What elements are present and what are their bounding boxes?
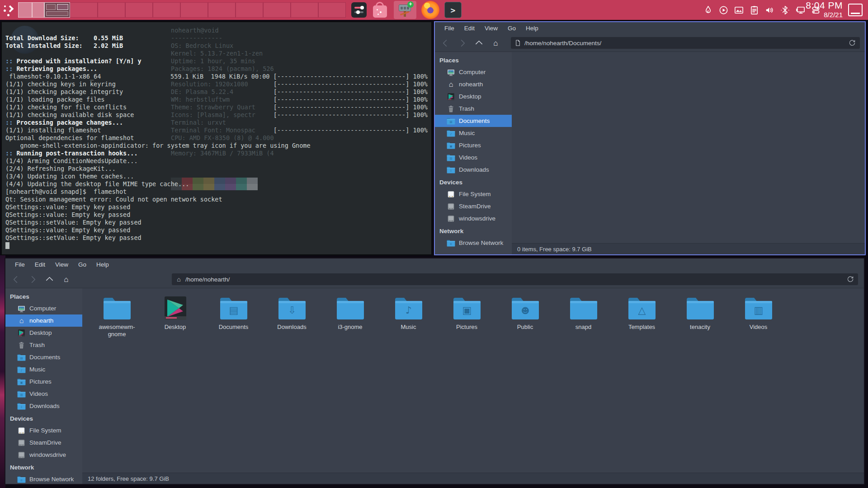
refresh-icon[interactable]	[848, 39, 856, 47]
sidebar-item-browse-network[interactable]: ≡Browse Network	[435, 237, 512, 249]
folder-item-pictures[interactable]: ▣Pictures	[438, 296, 496, 338]
media-player-tray-icon[interactable]	[718, 5, 729, 15]
folder-item-tenacity[interactable]: tenacity	[671, 296, 729, 338]
sidebar-item-steamdrive[interactable]: SteamDrive	[435, 200, 512, 212]
sidebar-item-file-system[interactable]: File System	[435, 188, 512, 200]
sidebar-item-label: nohearth	[459, 81, 483, 88]
folder-item-awesomewm-gnome[interactable]: awesomewm-gnome	[88, 296, 146, 338]
sidebar-item-computer[interactable]: Computer	[5, 302, 82, 314]
up-button[interactable]	[44, 274, 55, 285]
folder-item-snapd[interactable]: snapd	[554, 296, 613, 338]
sidebar-item-steamdrive[interactable]: SteamDrive	[5, 436, 82, 449]
folder-item-i3-gnome[interactable]: i3-gnome	[321, 296, 379, 338]
menu-item-help[interactable]: Help	[92, 260, 113, 269]
launcher-logo-icon[interactable]	[4, 3, 17, 17]
workspace-cell[interactable]	[125, 2, 153, 18]
trash-icon	[17, 341, 26, 349]
bluetooth-tray-icon[interactable]	[780, 5, 790, 15]
workspace-cell[interactable]	[291, 2, 318, 18]
path-bar[interactable]: /home/nohearth/Documents/	[511, 37, 860, 49]
forward-button[interactable]	[28, 274, 38, 285]
sidebar-item-videos[interactable]: ▥Videos	[435, 151, 512, 164]
menu-item-file[interactable]: File	[11, 260, 29, 269]
sidebar-item-music[interactable]: ♪Music	[5, 363, 82, 375]
back-button[interactable]	[440, 38, 451, 48]
sidebar-item-label: Pictures	[459, 142, 481, 149]
workspace-cell[interactable]	[318, 2, 346, 18]
sidebar-item-documents[interactable]: ▤Documents	[5, 351, 82, 363]
folder-item-downloads[interactable]: ⇩Downloads	[263, 296, 321, 338]
folder-downloads-icon: ⇩	[278, 296, 307, 321]
sidebar-item-downloads[interactable]: ⇩Downloads	[5, 400, 82, 412]
sidebar-item-documents[interactable]: ▤Documents	[435, 115, 512, 127]
clipboard-tray-icon[interactable]	[749, 5, 760, 15]
back-button[interactable]	[11, 274, 21, 285]
menu-item-view[interactable]: View	[481, 23, 502, 33]
terminal-line	[5, 50, 428, 57]
forward-button[interactable]	[457, 38, 467, 48]
folder-item-desktop[interactable]: Desktop	[146, 296, 204, 338]
clock-widget[interactable]: 8:04 PM 8/2/21	[806, 0, 843, 18]
workspace-cell[interactable]	[180, 2, 208, 18]
menu-item-file[interactable]: File	[440, 23, 458, 33]
sidebar-item-pictures[interactable]: ▣Pictures	[5, 375, 82, 388]
drive-gray-icon	[17, 439, 26, 447]
workspace-cell[interactable]	[32, 2, 44, 18]
sidebar-item-windowsdrive[interactable]: windowsdrive	[5, 449, 82, 461]
workspace-cell[interactable]	[263, 2, 291, 18]
screenshot-image-tray-icon[interactable]	[734, 5, 744, 15]
sidebar-item-desktop[interactable]: Desktop	[435, 90, 512, 103]
sidebar-item-desktop[interactable]: Desktop	[5, 327, 82, 339]
menu-item-go[interactable]: Go	[74, 260, 90, 269]
sidebar-item-windowsdrive[interactable]: windowsdrive	[435, 212, 512, 225]
up-button[interactable]	[474, 38, 484, 48]
sidebar-item-pictures[interactable]: ▣Pictures	[435, 139, 512, 151]
volume-tray-icon[interactable]	[764, 5, 775, 15]
terminal-launcher-icon[interactable]: >	[444, 2, 462, 18]
home-button[interactable]: ⌂	[491, 38, 501, 48]
firefox-icon[interactable]	[421, 1, 439, 19]
sidebar-item-trash[interactable]: Trash	[5, 339, 82, 351]
sidebar-item-nohearth[interactable]: ⌂nohearth	[435, 78, 512, 90]
workspace-cell-active[interactable]	[44, 2, 70, 18]
terminal-window[interactable]: nohearth@void -------------- OS: Bedrock…	[1, 21, 432, 255]
file-manager-window-home[interactable]: FileEditViewGoHelp ⌂ ⌂ /home/nohearth/ P…	[5, 258, 865, 485]
folder-item-music[interactable]: ♪Music	[379, 296, 438, 338]
display-connect-tray-icon[interactable]	[795, 5, 806, 15]
workspace-cell[interactable]	[153, 2, 180, 18]
menu-item-help[interactable]: Help	[522, 23, 542, 33]
menu-item-edit[interactable]: Edit	[31, 260, 49, 269]
file-manager-window-documents[interactable]: FileEditViewGoHelp ⌂ /home/nohearth/Docu…	[434, 21, 866, 255]
workspace-cell[interactable]	[70, 2, 98, 18]
workspace-cell[interactable]	[236, 2, 263, 18]
sidebar-item-label: Videos	[459, 154, 477, 161]
sidebar-item-computer[interactable]: Computer	[435, 66, 512, 78]
sidebar-item-nohearth[interactable]: ⌂nohearth	[5, 314, 82, 327]
folder-view-empty[interactable]	[512, 52, 865, 243]
folder-item-documents[interactable]: ▤Documents	[204, 296, 263, 338]
folder-item-videos[interactable]: ▥Videos	[729, 296, 788, 338]
sidebar-item-music[interactable]: ♪Music	[435, 127, 512, 139]
home-button[interactable]: ⌂	[61, 274, 71, 285]
software-store-bag-icon[interactable]	[372, 1, 389, 19]
path-bar[interactable]: ⌂ /home/nohearth/	[172, 273, 858, 285]
sidebar-item-videos[interactable]: ▥Videos	[5, 388, 82, 400]
workspace-cell[interactable]	[18, 2, 32, 18]
flameshot-flame-tray-icon[interactable]	[703, 5, 713, 15]
menu-item-view[interactable]: View	[51, 260, 72, 269]
refresh-icon[interactable]	[846, 275, 854, 283]
menu-item-go[interactable]: Go	[504, 23, 520, 33]
sidebar-item-browse-network[interactable]: ≡Browse Network	[5, 473, 82, 484]
package-installer-signpost-icon[interactable]: +	[394, 1, 416, 19]
workspace-cell[interactable]	[98, 2, 125, 18]
folder-documents-icon: ▤	[17, 353, 26, 361]
folder-item-templates[interactable]: △Templates	[613, 296, 671, 338]
sidebar-item-trash[interactable]: Trash	[435, 103, 512, 115]
sliders-settings-icon[interactable]	[351, 2, 367, 18]
sidebar-item-file-system[interactable]: File System	[5, 424, 82, 436]
show-desktop-button[interactable]	[848, 4, 863, 16]
sidebar-item-downloads[interactable]: ⇩Downloads	[435, 164, 512, 176]
menu-item-edit[interactable]: Edit	[460, 23, 479, 33]
folder-item-public[interactable]: ☻Public	[496, 296, 554, 338]
workspace-cell[interactable]	[208, 2, 236, 18]
